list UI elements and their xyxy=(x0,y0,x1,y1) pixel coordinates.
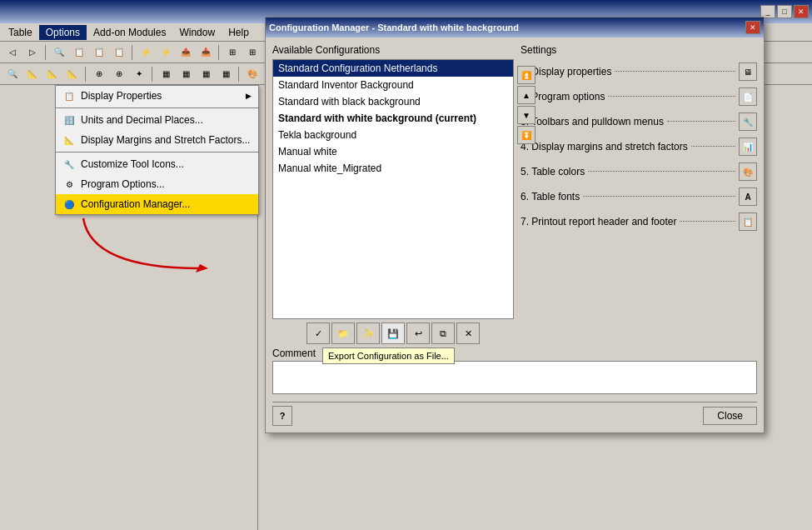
settings-dots-4 xyxy=(691,146,735,147)
menu-addon[interactable]: Add-on Modules xyxy=(87,25,172,40)
toolbar-btn-1[interactable]: ◁ xyxy=(3,43,22,62)
config-item-netherlands[interactable]: Standard Configuration Netherlands xyxy=(273,60,513,77)
toolbar-btn-7[interactable]: ⚡ xyxy=(137,43,155,62)
action-delete-button[interactable]: ✕ xyxy=(456,322,480,344)
dialog-close-button[interactable]: ✕ xyxy=(745,21,760,34)
toolbar2-btn-7[interactable]: ✦ xyxy=(130,65,148,83)
toolbar2-btn-6[interactable]: ⊕ xyxy=(110,65,128,83)
dialog-content: Available Configurations Standard Config… xyxy=(272,44,757,344)
dialog-body: Available Configurations Standard Config… xyxy=(266,38,764,432)
main-area: 📋 Display Properties ▶ 🔢 Units and Decim… xyxy=(0,85,812,530)
dropdown-item-margins[interactable]: 📐 Display Margins and Stretch Factors... xyxy=(56,130,258,150)
settings-item-6: 6. Table fonts A xyxy=(521,188,757,206)
dropdown-divider-1 xyxy=(56,108,258,108)
toolbar2-btn-4[interactable]: 📐 xyxy=(63,65,82,83)
settings-item-3-text: 3. Toolbars and pulldown menus xyxy=(521,116,664,128)
left-panel: 📋 Display Properties ▶ 🔢 Units and Decim… xyxy=(0,85,258,530)
dropdown-item-units[interactable]: 🔢 Units and Decimal Places... xyxy=(56,110,258,130)
display-properties-icon: 📋 xyxy=(62,89,76,102)
toolbar-btn-11[interactable]: ⊞ xyxy=(223,43,242,62)
menu-table[interactable]: Table xyxy=(2,25,39,40)
toolbar-btn-2[interactable]: ▷ xyxy=(23,43,42,62)
settings-item-2: 2. Program options 📄 xyxy=(521,88,757,106)
comment-textarea[interactable] xyxy=(272,361,757,394)
settings-icon-3[interactable]: 🔧 xyxy=(739,112,757,131)
toolbar-btn-9[interactable]: 📤 xyxy=(177,43,195,62)
config-item-inventor[interactable]: Standard Inventor Background xyxy=(273,77,513,93)
toolbar2-btn-3[interactable]: 📐 xyxy=(43,65,62,83)
toolbar-btn-10[interactable]: 📥 xyxy=(197,43,215,62)
toolbar2-btn-1[interactable]: 🔍 xyxy=(3,65,22,83)
move-bottom-button[interactable]: ⏬ xyxy=(517,126,536,144)
toolbar2-btn-2[interactable]: 📐 xyxy=(23,65,42,83)
settings-item-3: 3. Toolbars and pulldown menus 🔧 xyxy=(521,112,757,131)
toolbar2-sep-2 xyxy=(152,67,153,82)
program-label: Program Options... xyxy=(81,178,165,190)
toolbar2-sep-1 xyxy=(85,67,87,82)
units-label: Units and Decimal Places... xyxy=(81,114,203,126)
title-controls: _ □ ✕ xyxy=(760,5,809,18)
settings-icon-2[interactable]: 📄 xyxy=(739,88,757,106)
toolbar-btn-6[interactable]: 📋 xyxy=(110,43,128,62)
toolbar2-sep-3 xyxy=(238,67,240,82)
toolbar2-btn-12[interactable]: 🎨 xyxy=(243,65,262,83)
toolbar-btn-3[interactable]: 🔍 xyxy=(50,43,68,62)
dropdown-item-customize[interactable]: 🔧 Customize Tool Icons... xyxy=(56,154,258,174)
toolbar2-btn-5[interactable]: ⊕ xyxy=(90,65,108,83)
settings-dots-5 xyxy=(588,171,735,172)
move-down-button[interactable]: ▼ xyxy=(517,106,536,124)
config-icon: 🔵 xyxy=(62,198,76,211)
available-configs-label: Available Configurations xyxy=(272,44,514,56)
action-duplicate-button[interactable]: ⧉ xyxy=(431,322,455,344)
settings-item-4: 4. Display margins and stretch factors 📊 xyxy=(521,138,757,156)
menu-help[interactable]: Help xyxy=(222,25,256,40)
available-configs-panel: Available Configurations Standard Config… xyxy=(272,44,514,344)
action-apply-button[interactable]: ✓ xyxy=(306,322,330,344)
settings-dots-6 xyxy=(583,196,735,197)
settings-panel: Settings 1. Display properties 🖥 2. Prog… xyxy=(521,44,757,344)
margins-icon: 📐 xyxy=(62,133,76,147)
toolbar-btn-5[interactable]: 📋 xyxy=(90,43,108,62)
config-action-buttons: ✓ 📁 ✨ 💾 ↩ ⧉ ✕ Export Configuration as Fi… xyxy=(272,322,514,344)
options-dropdown: 📋 Display Properties ▶ 🔢 Units and Decim… xyxy=(55,85,259,215)
dropdown-item-program[interactable]: ⚙ Program Options... xyxy=(56,174,258,194)
settings-dots-7 xyxy=(680,221,735,222)
settings-item-5-text: 5. Table colors xyxy=(521,166,585,178)
dropdown-item-config[interactable]: 🔵 Configuration Manager... xyxy=(56,194,258,214)
dropdown-divider-2 xyxy=(56,152,258,152)
help-button[interactable]: ? xyxy=(272,406,292,426)
restore-button[interactable]: □ xyxy=(777,5,792,18)
move-top-button[interactable]: ⏫ xyxy=(517,66,536,84)
close-app-button[interactable]: ✕ xyxy=(794,5,809,18)
settings-icon-1[interactable]: 🖥 xyxy=(739,62,757,81)
action-export-button[interactable]: 💾 xyxy=(381,322,405,344)
settings-item-7: 7. Printout report header and footer 📋 xyxy=(521,212,757,231)
toolbar2-btn-8[interactable]: ▦ xyxy=(157,65,175,83)
dialog-bottom-bar: ? Close xyxy=(272,402,757,426)
toolbar-btn-8[interactable]: ⚡ xyxy=(157,43,175,62)
export-tooltip: Export Configuration as File... xyxy=(322,348,455,364)
toolbar2-btn-9[interactable]: ▦ xyxy=(177,65,195,83)
move-up-button[interactable]: ▲ xyxy=(517,86,536,104)
settings-item-5: 5. Table colors 🎨 xyxy=(521,162,757,181)
settings-icon-5[interactable]: 🎨 xyxy=(739,162,757,181)
action-rename-button[interactable]: ↩ xyxy=(406,322,430,344)
toolbar-btn-4[interactable]: 📋 xyxy=(70,43,88,62)
dropdown-item-display-properties[interactable]: 📋 Display Properties ▶ xyxy=(56,86,258,106)
dialog-close-action-button[interactable]: Close xyxy=(703,407,757,425)
config-item-manual-white-migrated[interactable]: Manual white_Migrated xyxy=(273,160,513,177)
config-item-black[interactable]: Standard with black background xyxy=(273,93,513,110)
toolbar2-btn-11[interactable]: ▦ xyxy=(217,65,235,83)
config-item-manual-white[interactable]: Manual white xyxy=(273,143,513,160)
config-item-tekla[interactable]: Tekla background xyxy=(273,127,513,143)
menu-window[interactable]: Window xyxy=(172,25,222,40)
action-new-button[interactable]: ✨ xyxy=(356,322,380,344)
config-item-white-current[interactable]: Standard with white background (current) xyxy=(273,110,513,127)
toolbar-btn-12[interactable]: ⊞ xyxy=(243,43,262,62)
action-folder-button[interactable]: 📁 xyxy=(331,322,355,344)
settings-icon-7[interactable]: 📋 xyxy=(739,212,757,231)
menu-options[interactable]: Options xyxy=(39,25,87,40)
settings-icon-4[interactable]: 📊 xyxy=(739,138,757,156)
toolbar2-btn-10[interactable]: ▦ xyxy=(197,65,215,83)
settings-icon-6[interactable]: A xyxy=(739,188,757,206)
